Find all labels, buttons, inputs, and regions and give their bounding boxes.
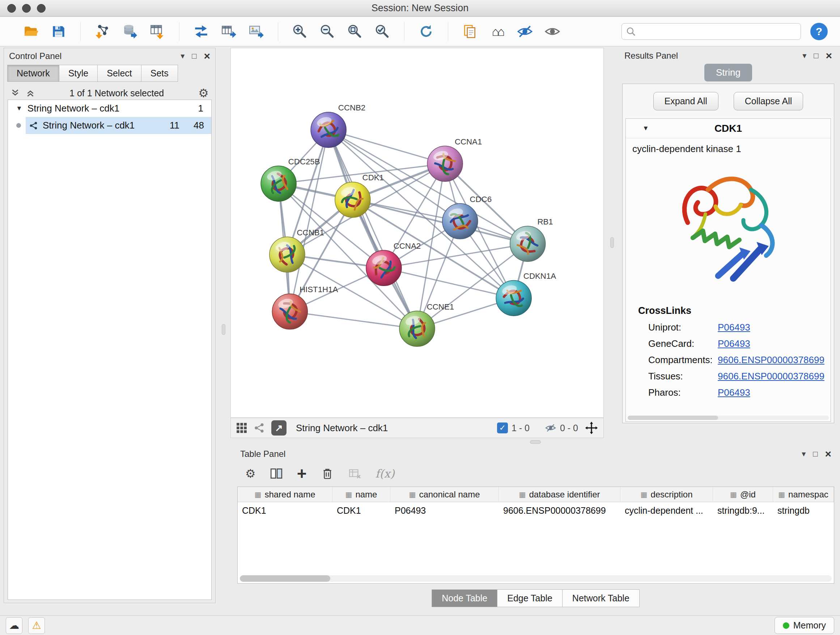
- hide-details-button[interactable]: [514, 20, 536, 43]
- table-cell[interactable]: CDK1: [332, 505, 390, 516]
- delete-table-icon[interactable]: [348, 467, 362, 480]
- tab-select[interactable]: Select: [97, 65, 141, 82]
- table-cell[interactable]: 9606.ENSP00000378699: [499, 505, 621, 516]
- network-row[interactable]: String Network – cdk1 11 48: [8, 117, 211, 134]
- tab-network[interactable]: Network: [7, 65, 59, 82]
- network-graph[interactable]: CCNB2CCNA1CDC25BCDK1CDC6RB1CCNB1CCNA2CDK…: [231, 48, 603, 417]
- collapse-panel-icon[interactable]: ▾: [802, 52, 806, 60]
- crosslink-row: Tissues: 9606.ENSP00000378699: [626, 368, 831, 385]
- tab-node-table[interactable]: Node Table: [431, 589, 497, 607]
- tab-style[interactable]: Style: [59, 65, 98, 82]
- save-session-button[interactable]: [47, 20, 70, 43]
- import-table-button[interactable]: [146, 20, 169, 43]
- expand-all-icon[interactable]: [11, 88, 20, 98]
- zoom-button[interactable]: [37, 4, 46, 13]
- network-node-HIST1H1A[interactable]: HIST1H1A: [272, 285, 338, 329]
- network-node-CDK1[interactable]: CDK1: [335, 173, 384, 217]
- horizontal-scrollbar[interactable]: [628, 416, 829, 420]
- collapse-panel-icon[interactable]: ▾: [802, 450, 806, 458]
- expand-all-button[interactable]: Expand All: [653, 92, 718, 111]
- string-tab[interactable]: String: [704, 64, 752, 81]
- crosslink-link[interactable]: 9606.ENSP00000378699: [718, 355, 824, 366]
- float-panel-icon[interactable]: □: [192, 52, 196, 60]
- eye-slash-icon: [516, 23, 533, 40]
- network-canvas[interactable]: CCNB2CCNA1CDC25BCDK1CDC6RB1CCNB1CCNA2CDK…: [231, 48, 604, 418]
- close-panel-icon[interactable]: ×: [826, 50, 832, 61]
- search-input[interactable]: [636, 26, 797, 37]
- tab-edge-table[interactable]: Edge Table: [497, 589, 562, 607]
- zoom-in-button[interactable]: [289, 20, 311, 43]
- tab-sets[interactable]: Sets: [141, 65, 178, 82]
- selected-checkbox-icon[interactable]: ✓: [497, 423, 508, 433]
- protein-card-header[interactable]: ▼ CDK1: [626, 119, 831, 138]
- close-panel-icon[interactable]: ×: [204, 51, 210, 62]
- share-network-icon[interactable]: [254, 423, 265, 433]
- table-row[interactable]: CDK1 CDK1 P06493 9606.ENSP00000378699 cy…: [238, 502, 834, 519]
- zoom-selected-button[interactable]: [371, 20, 393, 43]
- copy-button[interactable]: [459, 20, 481, 43]
- close-panel-icon[interactable]: ×: [825, 448, 831, 459]
- table-settings-gear-icon[interactable]: ⚙: [245, 467, 256, 480]
- collapse-panel-icon[interactable]: ▾: [180, 52, 185, 60]
- column-header[interactable]: ▦description: [621, 487, 713, 502]
- open-session-button[interactable]: [20, 20, 42, 43]
- help-button[interactable]: ?: [810, 23, 828, 40]
- zoom-out-button[interactable]: [316, 20, 339, 43]
- horizontal-scrollbar[interactable]: [240, 575, 832, 582]
- pan-move-icon[interactable]: [584, 421, 598, 435]
- function-builder-icon[interactable]: f(x): [376, 467, 395, 480]
- column-header[interactable]: ▦shared name: [238, 487, 332, 502]
- table-cell[interactable]: CDK1: [238, 505, 332, 516]
- open-in-new-window-button[interactable]: ↗: [271, 420, 286, 435]
- scrollbar-thumb[interactable]: [240, 575, 330, 582]
- memory-button[interactable]: Memory: [775, 617, 834, 634]
- table-cell[interactable]: stringdb:9...: [713, 505, 773, 516]
- tab-network-table[interactable]: Network Table: [562, 589, 639, 607]
- table-cell[interactable]: cyclin-dependent ...: [621, 505, 713, 516]
- splitter-handle[interactable]: [610, 237, 614, 248]
- cloud-sync-button[interactable]: ☁: [6, 617, 22, 634]
- crosslink-link[interactable]: P06493: [718, 387, 750, 398]
- gear-icon[interactable]: ⚙: [198, 86, 209, 100]
- network-node-CDKN1A[interactable]: CDKN1A: [496, 272, 556, 316]
- column-header[interactable]: ▦@id: [713, 487, 773, 502]
- disclosure-icon[interactable]: ▼: [643, 125, 649, 132]
- refresh-button[interactable]: [415, 20, 437, 43]
- column-header[interactable]: ▦canonical name: [390, 487, 499, 502]
- table-cell[interactable]: stringdb: [773, 505, 834, 516]
- show-details-button[interactable]: [541, 20, 564, 43]
- splitter-handle[interactable]: [530, 440, 541, 444]
- network-node-CCNB2[interactable]: CCNB2: [311, 103, 365, 147]
- show-columns-icon[interactable]: [270, 467, 283, 480]
- delete-column-trash-icon[interactable]: [321, 467, 334, 480]
- export-network-button[interactable]: [190, 20, 212, 43]
- splitter-handle[interactable]: [222, 324, 225, 335]
- birdseye-grid-icon[interactable]: [236, 422, 248, 434]
- network-collection-row[interactable]: ▼ String Network – cdk1 1: [8, 100, 211, 117]
- import-network-file-button[interactable]: [91, 20, 114, 43]
- table-cell[interactable]: P06493: [390, 505, 499, 516]
- crosslink-link[interactable]: 9606.ENSP00000378699: [718, 371, 824, 382]
- network-node-RB1[interactable]: RB1: [510, 217, 553, 261]
- disclosure-icon[interactable]: ▼: [16, 105, 22, 112]
- minimize-button[interactable]: [22, 4, 31, 13]
- home-button[interactable]: ⌂⌂: [486, 20, 508, 43]
- close-button[interactable]: [7, 4, 16, 13]
- collapse-all-button[interactable]: Collapse All: [734, 92, 804, 111]
- import-network-database-button[interactable]: [118, 20, 141, 43]
- float-panel-icon[interactable]: □: [813, 52, 818, 60]
- add-column-icon[interactable]: +: [297, 467, 307, 480]
- export-table-button[interactable]: [218, 20, 240, 43]
- zoom-fit-button[interactable]: [344, 20, 366, 43]
- float-panel-icon[interactable]: □: [813, 450, 818, 458]
- column-header[interactable]: ▦name: [332, 487, 390, 502]
- network-node-CCNA1[interactable]: CCNA1: [427, 137, 482, 181]
- crosslink-link[interactable]: P06493: [718, 338, 750, 349]
- collapse-all-icon[interactable]: [26, 88, 35, 98]
- search-box[interactable]: [622, 23, 801, 40]
- column-header[interactable]: ▦namespac: [773, 487, 834, 502]
- warnings-button[interactable]: ⚠: [28, 617, 45, 634]
- export-image-button[interactable]: [245, 20, 267, 43]
- column-header[interactable]: ▦database identifier: [499, 487, 621, 502]
- crosslink-link[interactable]: P06493: [718, 322, 750, 333]
